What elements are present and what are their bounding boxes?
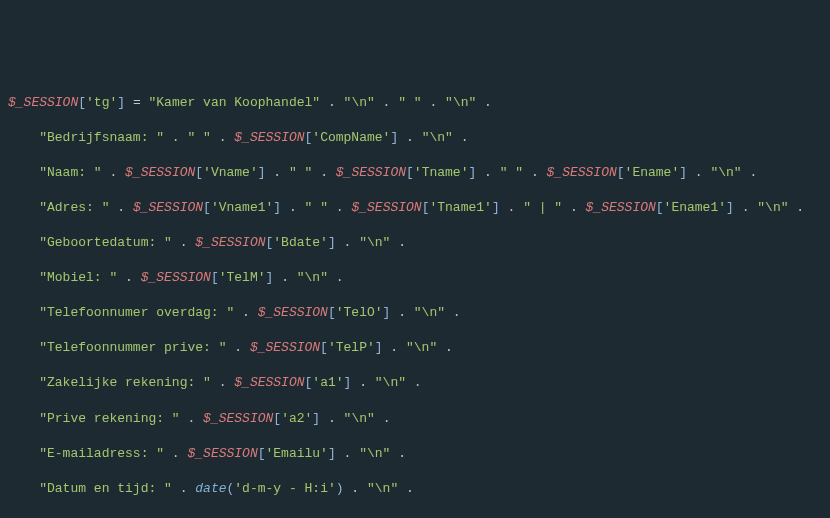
code-line: "Geboortedatum: " . $_SESSION['Bdate'] .…: [8, 234, 822, 252]
code-line: "Bedrijfsnaam: " . " " . $_SESSION['Comp…: [8, 129, 822, 147]
code-line: "Telefoonnummer prive: " . $_SESSION['Te…: [8, 339, 822, 357]
code-line: "Prive rekening: " . $_SESSION['a2'] . "…: [8, 410, 822, 428]
code-line: "Naam: " . $_SESSION['Vname'] . " " . $_…: [8, 164, 822, 182]
code-line: "Mobiel: " . $_SESSION['TelM'] . "\n" .: [8, 269, 822, 287]
code-line: "Zakelijke rekening: " . $_SESSION['a1']…: [8, 374, 822, 392]
code-line: "Telefoonnumer overdag: " . $_SESSION['T…: [8, 304, 822, 322]
code-line: "Adres: " . $_SESSION['Vname1'] . " " . …: [8, 199, 822, 217]
code-line: $_SESSION['tg'] = "Kamer van Koophandel"…: [8, 94, 822, 112]
code-line: "Datum en tijd: " . date('d-m-y - H:i') …: [8, 480, 822, 498]
code-line: "E-mailadress: " . $_SESSION['Emailu'] .…: [8, 445, 822, 463]
code-block: $_SESSION['tg'] = "Kamer van Koophandel"…: [8, 76, 822, 518]
